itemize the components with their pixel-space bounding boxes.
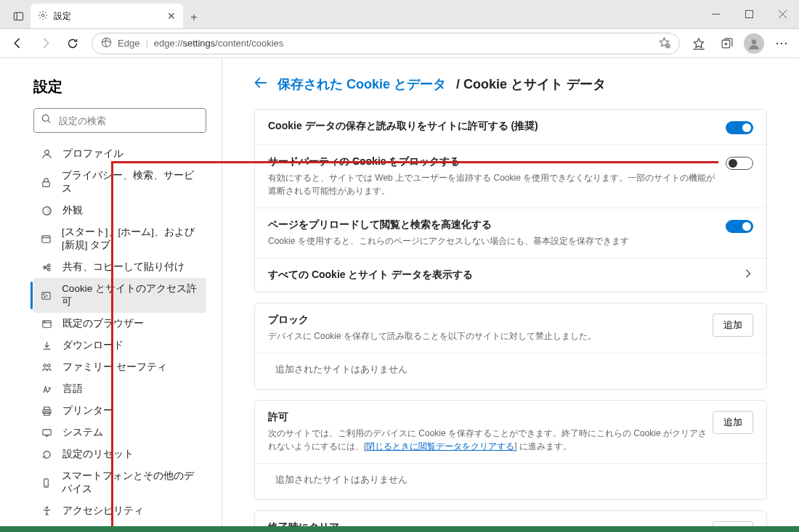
svg-point-34 [47,364,50,367]
svg-point-7 [102,38,110,46]
toggle-block-thirdparty[interactable] [726,157,753,170]
reset-icon [41,449,52,460]
sidebar-item-printer[interactable]: プリンター [33,400,206,422]
svg-rect-22 [43,181,49,187]
favorites-button[interactable] [686,32,712,55]
row-title: ページをプリロードして閲覧と検索を高速化する [268,218,717,232]
titlebar: 設定 ✕ + [0,0,799,29]
maximize-button[interactable] [732,0,766,28]
address-separator: | [145,38,147,49]
search-input[interactable] [59,115,198,126]
lang-icon [41,384,52,395]
content-area: 設定 プロファイルプライバシー、検索、サービス外観[スタート]、[ホーム]、およ… [0,58,799,532]
sidebar-item-share[interactable]: 共有、コピーして貼り付け [33,256,206,278]
sidebar-item-browser[interactable]: 既定のブラウザー [33,313,206,335]
svg-rect-38 [42,429,50,435]
svg-point-2 [41,14,44,17]
address-bar[interactable]: Edge | edge://settings/content/cookies [92,33,680,54]
svg-point-17 [781,42,783,44]
annotation-bottom-bar [0,526,799,532]
profile-button[interactable] [741,32,767,55]
sidebar-item-lang[interactable]: 言語 [33,378,206,400]
sidebar-item-system[interactable]: システム [33,422,206,443]
clear-on-close-link[interactable]: 閉じるときに閲覧データをクリアする [366,441,514,451]
toggle-preload[interactable] [726,220,753,233]
address-actions [658,36,670,51]
start-icon [41,234,52,245]
sidebar-item-privacy[interactable]: プライバシー、検索、サービス [33,165,206,200]
allow-add-button[interactable]: 追加 [713,411,753,434]
svg-point-43 [46,507,48,509]
row-title: Cookie データの保存と読み取りをサイトに許可する (推奨) [268,120,717,133]
toggle-allow-cookies[interactable] [726,121,753,134]
svg-point-19 [42,115,49,121]
sidebar-item-label: プロファイル [62,147,123,160]
row-preload: ページをプリロードして閲覧と検索を高速化する Cookie を使用すると、これら… [255,208,766,258]
settings-search[interactable] [33,108,206,133]
svg-point-16 [776,42,779,44]
allow-card: 許可 次のサイトでは、ご利用のデバイスに Cookie を保存することができます… [254,400,767,500]
sidebar-item-a11y[interactable]: アクセシビリティ [33,500,206,522]
allow-header: 許可 次のサイトでは、ご利用のデバイスに Cookie を保存することができます… [255,401,766,464]
block-add-button[interactable]: 追加 [713,314,753,337]
system-icon [41,427,52,438]
breadcrumb-back-icon[interactable] [254,76,267,93]
svg-rect-0 [14,12,23,20]
breadcrumb-current: / Cookie とサイト データ [456,75,606,93]
svg-point-33 [43,364,46,367]
sidebar-item-label: 共有、コピーして貼り付け [62,261,184,274]
settings-main: 保存された Cookie とデータ / Cookie とサイト データ Cook… [222,58,799,532]
privacy-icon [41,177,52,188]
collections-button[interactable] [713,32,739,55]
tab-list-button[interactable] [6,4,31,28]
family-icon [41,362,52,373]
profile-icon [41,149,52,160]
refresh-button[interactable] [60,32,86,55]
svg-line-20 [48,120,50,123]
sidebar-item-family[interactable]: ファミリー セーフティ [33,356,206,378]
svg-point-32 [44,321,44,322]
window-controls [699,0,799,28]
row-view-all-cookies[interactable]: すべての Cookie とサイト データを表示する [255,258,766,292]
sidebar-item-label: システム [62,426,103,439]
svg-point-29 [44,296,45,297]
allow-title: 許可 [268,411,713,424]
svg-rect-24 [42,235,50,242]
sidebar-item-label: [スタート]、[ホーム]、および [新規] タブ [62,226,199,252]
sidebar-item-reset[interactable]: 設定のリセット [33,443,206,465]
sidebar-item-cookie[interactable]: Cookie とサイトのアクセス許可 [33,278,206,313]
sidebar-item-appearance[interactable]: 外観 [33,200,206,221]
row-title: サードパーティの Cookie をブロックする [268,155,717,168]
sidebar-item-start[interactable]: [スタート]、[ホーム]、および [新規] タブ [33,221,206,256]
svg-rect-4 [745,10,753,17]
row-allow-cookies: Cookie データの保存と読み取りをサイトに許可する (推奨) [255,110,766,145]
download-icon [41,340,52,351]
back-button[interactable] [4,32,31,55]
cookie-icon [41,290,52,301]
row-desc: 有効にすると、サイトでは Web 上でユーザーを追跡する Cookie を使用で… [268,171,717,197]
a11y-icon [41,506,52,517]
new-tab-button[interactable]: + [183,7,205,28]
minimize-button[interactable] [699,0,732,28]
sidebar-item-label: ファミリー セーフティ [62,361,167,374]
block-title: ブロック [268,314,713,327]
sidebar-item-profile[interactable]: プロファイル [33,143,206,165]
favorite-icon[interactable] [658,36,670,51]
url-text: edge://settings/content/cookies [154,38,284,49]
close-window-button[interactable] [766,0,799,28]
menu-button[interactable] [768,32,795,55]
toolbar: Edge | edge://settings/content/cookies [0,29,799,58]
edge-label: Edge [118,38,139,49]
sidebar-item-download[interactable]: ダウンロード [33,335,206,356]
browser-tab[interactable]: 設定 ✕ [31,4,183,28]
search-icon [41,114,52,127]
svg-point-15 [752,39,757,44]
cookie-settings-card: Cookie データの保存と読み取りをサイトに許可する (推奨) サードパーティ… [254,109,767,292]
close-tab-icon[interactable]: ✕ [167,10,176,22]
gear-icon [38,10,48,22]
forward-button[interactable] [32,32,58,55]
allow-desc: 次のサイトでは、ご利用のデバイスに Cookie を保存することができます。終了… [268,427,713,453]
sidebar-item-label: プライバシー、検索、サービス [62,169,199,195]
breadcrumb-link[interactable]: 保存された Cookie とデータ [277,75,446,93]
sidebar-item-phone[interactable]: スマートフォンとその他のデバイス [33,465,206,500]
